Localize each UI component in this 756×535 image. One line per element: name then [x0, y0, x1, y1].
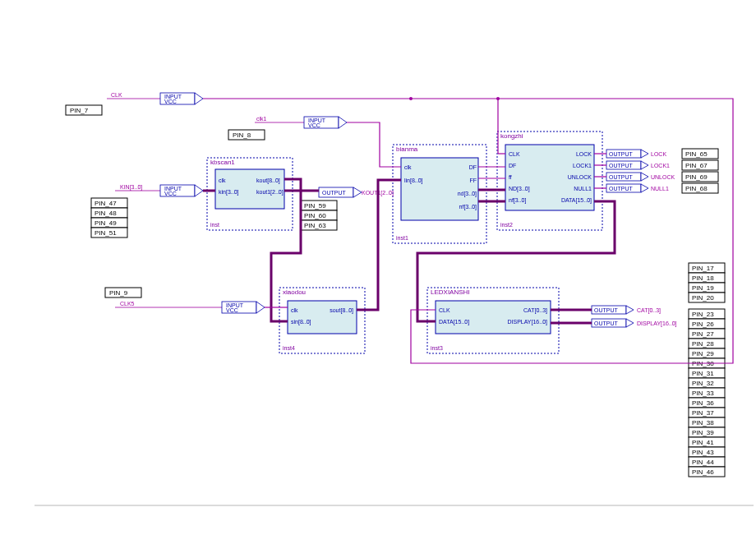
svg-text:PIN_8: PIN_8	[233, 131, 251, 139]
svg-text:PIN_68: PIN_68	[685, 185, 708, 192]
svg-text:PIN_33: PIN_33	[692, 390, 714, 397]
svg-text:clk: clk	[291, 307, 298, 313]
svg-text:PIN_31: PIN_31	[692, 370, 714, 377]
svg-text:LOCK1: LOCK1	[573, 163, 592, 168]
svg-text:FF: FF	[469, 178, 477, 183]
svg-text:PIN_28: PIN_28	[692, 340, 714, 348]
svg-rect-50	[401, 158, 478, 220]
svg-text:OUTPUT: OUTPUT	[322, 190, 347, 196]
svg-text:xiaodou: xiaodou	[283, 288, 306, 296]
svg-text:lin[8..0]: lin[8..0]	[404, 178, 423, 184]
svg-point-171	[409, 97, 413, 100]
svg-text:PIN_29: PIN_29	[692, 350, 714, 357]
svg-text:PIN_67: PIN_67	[685, 162, 708, 169]
module-kongzhi[interactable]: kongzhi CLK DF ff ND[3..0] nf[3..0] LOCK…	[497, 131, 602, 230]
svg-text:sin[8..0]: sin[8..0]	[291, 319, 311, 325]
module-bianma[interactable]: bianma clk lin[8..0] DF FF nd[3..0] nf[3…	[393, 145, 486, 243]
svg-text:VCC: VCC	[308, 122, 320, 128]
svg-text:kout1[2..0]: kout1[2..0]	[256, 189, 284, 196]
svg-text:PIN_18: PIN_18	[692, 274, 714, 282]
svg-text:CLK: CLK	[111, 92, 122, 98]
svg-text:PIN_51: PIN_51	[94, 229, 117, 237]
svg-text:PIN_63: PIN_63	[304, 222, 326, 229]
svg-text:PIN_46: PIN_46	[692, 468, 714, 476]
svg-text:CAT[0..3]: CAT[0..3]	[523, 307, 547, 314]
svg-text:PIN_38: PIN_38	[692, 419, 714, 427]
module-xiaodou[interactable]: xiaodou clk sin[8..0] sout[8..0] inst4	[279, 288, 365, 353]
svg-text:PIN_60: PIN_60	[304, 212, 326, 219]
pin-7[interactable]: PIN_7	[66, 105, 102, 115]
pin-kin-list: PIN_47 PIN_48 PIN_49 PIN_51	[91, 198, 127, 238]
svg-text:NULL1: NULL1	[651, 186, 669, 191]
svg-text:CAT[0..3]: CAT[0..3]	[637, 307, 661, 314]
pin-kout1-list: PIN_59 PIN_60 PIN_63	[301, 201, 337, 230]
pin-cat-list: PIN_17 PIN_18 PIN_19 PIN_20	[689, 263, 725, 302]
svg-text:NULL1: NULL1	[574, 186, 592, 191]
output-cat[interactable]: OUTPUT CAT[0..3]	[592, 306, 661, 314]
svg-text:nf[3..0]: nf[3..0]	[459, 204, 477, 210]
svg-text:OUTPUT: OUTPUT	[609, 151, 634, 157]
pin-8[interactable]: PIN_8	[228, 130, 265, 140]
svg-text:kout[8..0]: kout[8..0]	[256, 178, 280, 184]
svg-text:LOCK1: LOCK1	[651, 163, 670, 168]
svg-text:inst4: inst4	[283, 345, 295, 351]
svg-text:LOCK: LOCK	[651, 151, 666, 157]
svg-text:ff: ff	[509, 174, 512, 180]
svg-text:PIN_32: PIN_32	[692, 380, 714, 387]
svg-rect-74	[288, 301, 357, 334]
svg-text:UNLOCK: UNLOCK	[568, 174, 592, 180]
svg-text:PIN_49: PIN_49	[94, 219, 117, 227]
svg-text:bianma: bianma	[396, 145, 418, 153]
svg-text:PIN_65: PIN_65	[685, 150, 708, 158]
pin-display-list: PIN_23 PIN_26 PIN_27 PIN_28 PIN_29 PIN_3…	[689, 309, 725, 477]
svg-text:DF: DF	[509, 163, 516, 168]
svg-text:kin[3..0]: kin[3..0]	[219, 189, 239, 196]
svg-text:PIN_7: PIN_7	[70, 107, 89, 114]
svg-text:nf[3..0]: nf[3..0]	[509, 197, 526, 204]
svg-text:DISPLAY[16..0]: DISPLAY[16..0]	[507, 319, 547, 325]
svg-rect-81	[436, 301, 551, 334]
svg-text:PIN_41: PIN_41	[692, 439, 714, 446]
svg-text:ND[3..0]: ND[3..0]	[509, 186, 530, 192]
svg-text:CLK: CLK	[509, 151, 520, 157]
svg-text:CLK5: CLK5	[120, 301, 135, 307]
svg-text:sout[8..0]: sout[8..0]	[330, 307, 353, 314]
svg-text:DISPLAY[16..0]: DISPLAY[16..0]	[637, 321, 677, 327]
svg-text:PIN_20: PIN_20	[692, 294, 714, 302]
svg-text:PIN_44: PIN_44	[692, 459, 714, 466]
svg-text:PIN_36: PIN_36	[692, 399, 714, 407]
svg-text:inst: inst	[210, 222, 219, 228]
svg-text:OUTPUT: OUTPUT	[609, 174, 634, 180]
svg-text:PIN_43: PIN_43	[692, 449, 714, 456]
svg-text:OUTPUT: OUTPUT	[594, 307, 619, 313]
svg-text:PIN_47: PIN_47	[94, 200, 117, 207]
svg-text:VCC: VCC	[226, 307, 238, 313]
svg-text:OUTPUT: OUTPUT	[594, 321, 619, 326]
svg-text:kbscan1: kbscan1	[210, 159, 235, 166]
svg-text:inst1: inst1	[396, 235, 408, 241]
svg-text:KIN[3..0]: KIN[3..0]	[120, 184, 142, 191]
svg-text:PIN_23: PIN_23	[692, 311, 714, 318]
svg-text:PIN_48: PIN_48	[94, 210, 117, 217]
svg-text:PIN_39: PIN_39	[692, 429, 714, 436]
module-kbscan1[interactable]: kbscan1 clk kin[3..0] kout[8..0] kout1[2…	[207, 158, 293, 230]
svg-text:LOCK: LOCK	[576, 151, 592, 157]
svg-text:PIN_26: PIN_26	[692, 321, 714, 328]
svg-text:kongzhi: kongzhi	[500, 132, 523, 140]
svg-text:PIN_27: PIN_27	[692, 330, 714, 338]
svg-text:inst2: inst2	[500, 222, 513, 228]
svg-text:UNLOCK: UNLOCK	[651, 174, 675, 180]
pin-9[interactable]: PIN_9	[105, 288, 141, 297]
svg-text:inst3: inst3	[431, 345, 443, 351]
svg-text:DATA[15..0]: DATA[15..0]	[439, 319, 469, 325]
svg-text:clk: clk	[219, 178, 226, 183]
svg-text:LEDXIANSHI: LEDXIANSHI	[431, 288, 470, 296]
svg-text:PIN_9: PIN_9	[109, 289, 128, 297]
svg-text:CLK: CLK	[439, 307, 450, 313]
svg-text:PIN_19: PIN_19	[692, 284, 714, 292]
module-ledxianshi[interactable]: LEDXIANSHI CLK DATA[15..0] CAT[0..3] DIS…	[427, 288, 559, 353]
svg-text:DF: DF	[469, 164, 477, 170]
svg-text:OUTPUT: OUTPUT	[609, 186, 634, 191]
svg-text:clk: clk	[404, 164, 412, 170]
svg-text:OUTPUT: OUTPUT	[609, 163, 634, 168]
